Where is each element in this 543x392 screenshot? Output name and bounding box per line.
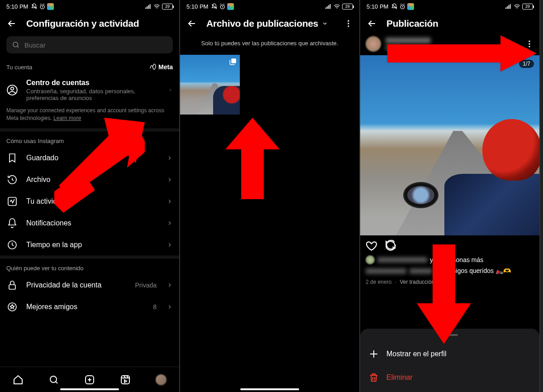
svg-point-17	[348, 25, 349, 27]
close-friends-count: 8	[153, 303, 157, 311]
svg-rect-18	[231, 58, 236, 63]
chevron-right-icon	[167, 177, 173, 183]
notifications-item[interactable]: Notificaciones	[0, 212, 179, 234]
profile-nav-icon[interactable]	[156, 374, 167, 385]
home-indicator	[240, 388, 299, 390]
back-icon[interactable]	[6, 18, 17, 29]
show-on-profile-button[interactable]: Mostrar en el perfil	[360, 342, 539, 366]
home-indicator	[60, 388, 119, 390]
plus-icon	[368, 349, 379, 359]
carousel-icon	[229, 57, 237, 66]
post-avatar[interactable]	[366, 36, 381, 52]
search-nav-icon[interactable]	[48, 374, 59, 385]
tutorial-arrow	[221, 118, 284, 201]
more-icon[interactable]	[525, 39, 534, 48]
signal-icon	[325, 3, 332, 10]
dnd-icon	[211, 3, 218, 10]
header: Archivo de publicaciones	[180, 13, 359, 33]
header: Configuración y actividad	[0, 13, 179, 33]
star-circle-icon	[7, 301, 18, 312]
image-counter: 1/7	[519, 60, 534, 68]
likes-row[interactable]: y 32 personas más	[360, 254, 539, 265]
dnd-icon	[31, 3, 38, 10]
time-item[interactable]: Tiempo en la app	[0, 234, 179, 256]
close-friends-item[interactable]: Mejores amigos 8	[0, 296, 179, 318]
signal-icon	[505, 3, 512, 10]
app-icon	[227, 3, 234, 10]
app-icon	[407, 3, 414, 10]
manage-description: Manage your connected experiences and ac…	[0, 107, 179, 129]
battery-icon: 29	[162, 4, 173, 10]
status-bar: 5:10 PM 29	[0, 0, 179, 13]
chevron-down-icon	[322, 20, 328, 27]
privacy-item[interactable]: Privacidad de la cuenta Privada	[0, 274, 179, 296]
post-date: 2 de enero	[366, 279, 391, 285]
see-translation[interactable]: Ver traducción	[400, 279, 434, 285]
archive-banner: Solo tú puedes ver las publicaciones que…	[180, 33, 359, 55]
delete-button[interactable]: Eliminar	[360, 366, 539, 389]
saved-item[interactable]: Guardado	[0, 147, 179, 169]
status-time: 5:10 PM	[367, 3, 388, 10]
account-center-item[interactable]: Centro de cuentas Contraseña, seguridad,…	[0, 73, 179, 107]
screen-archive: 5:10 PM 29 Archivo de publicaciones Solo…	[180, 0, 360, 392]
alarm-icon	[399, 3, 406, 10]
username-blurred	[386, 38, 431, 43]
post-image[interactable]: 1/7	[360, 55, 539, 235]
learn-more-link[interactable]: Learn more	[53, 115, 81, 121]
page-title: Archivo de publicaciones	[206, 18, 318, 29]
archived-post-thumbnail[interactable]	[180, 55, 240, 115]
svg-marker-19	[225, 118, 280, 199]
status-bar: 5:10 PM 29	[360, 0, 539, 13]
reels-icon[interactable]	[120, 374, 131, 385]
status-bar: 5:10 PM 29	[180, 0, 359, 13]
screen-settings: 5:10 PM 29 Configuración y actividad Tu …	[0, 0, 180, 392]
caption-user-blurred	[366, 268, 406, 274]
chevron-right-icon	[167, 220, 173, 226]
wifi-icon	[514, 3, 520, 10]
chevron-right-icon	[168, 87, 173, 93]
chevron-right-icon	[167, 304, 173, 310]
activity-item[interactable]: Tu actividad	[0, 191, 179, 212]
chevron-right-icon	[167, 155, 173, 161]
sheet-handle[interactable]	[442, 334, 458, 336]
liker-name-blurred	[377, 257, 427, 263]
liker-avatar	[366, 255, 375, 264]
svg-rect-10	[121, 376, 129, 384]
more-icon[interactable]	[344, 19, 353, 28]
battery-icon: 29	[522, 4, 533, 10]
screen-post: 5:10 PM 29 Publicación 1/7	[360, 0, 540, 392]
chevron-right-icon	[167, 198, 173, 205]
clock-icon	[7, 239, 18, 250]
post-caption: con amigos queridos 🏍️🫶	[360, 265, 539, 276]
search-icon	[12, 41, 20, 49]
app-icon	[47, 3, 54, 10]
activity-icon	[7, 196, 18, 207]
user-circle-icon	[6, 84, 18, 96]
trash-icon	[368, 372, 379, 383]
archive-dropdown[interactable]: Archivo de publicaciones	[206, 18, 328, 29]
svg-point-3	[11, 87, 14, 91]
like-icon[interactable]	[366, 240, 377, 252]
svg-point-23	[529, 46, 530, 47]
svg-point-22	[529, 43, 530, 44]
create-icon[interactable]	[84, 374, 95, 385]
post-actions	[360, 235, 539, 254]
chevron-right-icon	[167, 282, 173, 288]
back-icon[interactable]	[186, 18, 197, 29]
meta-icon	[149, 63, 157, 71]
account-center-title: Centro de cuentas	[26, 79, 160, 87]
alarm-icon	[39, 3, 46, 10]
signal-icon	[145, 3, 152, 10]
archive-item[interactable]: Archivo	[0, 169, 179, 191]
home-icon[interactable]	[13, 374, 24, 385]
comment-icon[interactable]	[385, 240, 396, 252]
search-input[interactable]	[6, 36, 173, 53]
header: Publicación	[360, 13, 539, 33]
post-header	[360, 33, 539, 55]
action-sheet: Mostrar en el perfil Eliminar	[360, 329, 539, 392]
account-center-sub: Contraseña, seguridad, datos personales,…	[26, 88, 160, 101]
back-icon[interactable]	[367, 18, 377, 29]
svg-point-1	[13, 42, 18, 47]
status-time: 5:10 PM	[186, 3, 208, 10]
search-field[interactable]	[24, 41, 167, 49]
